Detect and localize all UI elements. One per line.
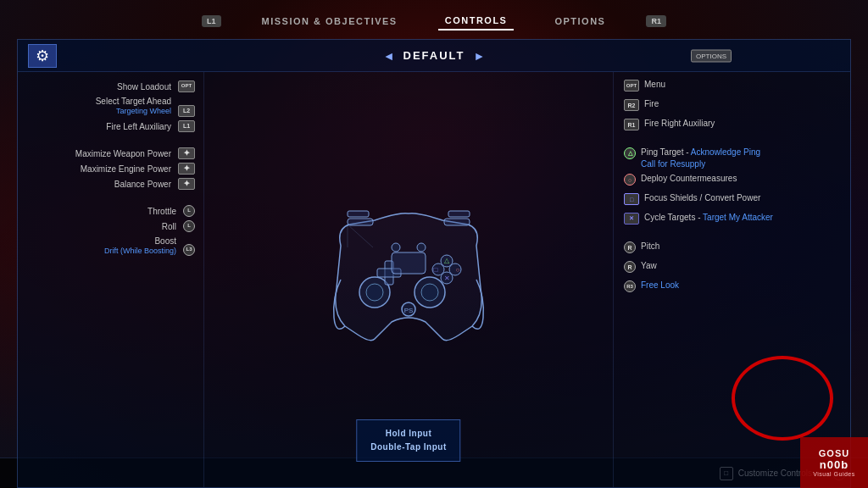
right-item-menu: OPT Menu [624,79,842,96]
controller-diagram: △ ✕ □ ○ PS [290,195,527,364]
svg-text:PS: PS [404,307,414,314]
fire-right-label: Fire Right Auxiliary [644,118,715,130]
throttle-btn-icon: L [183,205,195,217]
fire-left-label: Fire Left Auxiliary [106,121,171,132]
cross-btn: ✕ [624,213,639,225]
content-body: Show Loadout OPT Select Target Ahead Tar… [18,72,850,487]
bumper-r1[interactable]: R1 [646,15,666,27]
countermeasures-label: Deploy Countermeasures [641,173,737,185]
r1-btn: R1 [624,119,639,130]
cycle-targets-label: Cycle Targets - Target My Attacker [644,212,773,224]
control-balance-power: Balance Power ✦ [35,178,195,190]
circle-btn: ○ [624,174,636,186]
weapon-power-label: Maximize Weapon Power [75,148,171,159]
controller-area: △ ✕ □ ○ PS [204,72,613,487]
svg-text:□: □ [434,266,438,274]
roll-label: Roll [162,221,176,232]
menu-label: Menu [644,79,665,91]
control-engine-power: Maximize Engine Power ✦ [35,163,195,175]
r2-btn: R2 [624,99,639,111]
tab-mission[interactable]: MISSION & OBJECTIVES [255,13,404,30]
ping-label: Ping Target - Acknowledge Ping Call for … [641,147,760,170]
svg-point-19 [417,243,426,252]
r-pitch-btn: R [624,241,636,253]
right-item-fire-right: R1 Fire Right Auxiliary [624,118,842,135]
options-right-btn: OPT [624,80,639,92]
pitch-label: Pitch [641,241,659,252]
left-panel: Show Loadout OPT Select Target Ahead Tar… [18,72,204,487]
svg-rect-1 [348,211,369,217]
select-target-label: Select Target Ahead Targeting Wheel [96,96,171,117]
tab-controls[interactable]: CONTROLS [438,12,515,30]
tab-options[interactable]: OPTIONS [548,13,612,30]
spacer1 [35,136,195,144]
right-spacer2 [624,231,842,238]
arrow-right-icon[interactable]: ► [473,49,485,63]
svg-text:✕: ✕ [444,274,450,282]
options-btn-icon: OPT [178,80,195,92]
spacer2 [35,193,195,202]
hold-input-line2: Double-Tap Input [370,441,446,454]
content-header: ⚙ ◄ DEFAULT ► OPTIONS [18,40,850,72]
control-boost: Boost Drift (While Boosting) L3 [35,236,195,257]
control-select-target: Select Target Ahead Targeting Wheel L2 [35,96,195,117]
svg-text:△: △ [444,257,450,264]
right-item-fire: R2 Fire [624,98,842,115]
freelook-label: Free Look [641,280,679,291]
content-area: ⚙ ◄ DEFAULT ► OPTIONS Show Loadout OPT [17,39,851,488]
l1-btn-icon: L1 [178,120,195,132]
yaw-label: Yaw [641,260,657,272]
svg-rect-18 [392,252,426,274]
control-weapon-power: Maximize Weapon Power ✦ [35,147,195,159]
r3-freelook-btn: R3 [624,280,636,292]
r-yaw-btn: R [624,261,636,273]
show-loadout-label: Show Loadout [117,81,171,92]
right-item-shields: □ Focus Shields / Convert Power [624,192,842,209]
shields-label: Focus Shields / Convert Power [644,192,760,204]
control-fire-left: Fire Left Auxiliary L1 [35,120,195,132]
fire-label: Fire [644,98,659,110]
engine-power-label: Maximize Engine Power [81,164,171,175]
default-section: ◄ DEFAULT ► [383,49,486,63]
svg-rect-0 [348,219,373,225]
boost-label: Boost Drift (While Boosting) [104,236,176,257]
bumper-l1[interactable]: L1 [202,15,221,27]
main-container: L1 MISSION & OBJECTIVES CONTROLS OPTIONS… [0,0,868,488]
throttle-label: Throttle [147,206,176,217]
control-show-loadout: Show Loadout OPT [35,80,195,92]
svg-text:○: ○ [456,266,460,274]
control-throttle: Throttle L [35,205,195,217]
svg-point-7 [421,284,438,301]
right-item-countermeasures: ○ Deploy Countermeasures [624,173,842,190]
default-label: DEFAULT [403,49,465,62]
svg-rect-3 [448,211,470,217]
right-item-ping: △ Ping Target - Acknowledge Ping Call fo… [624,147,842,170]
gosu-n00b: n00b [820,458,849,471]
top-nav: L1 MISSION & OBJECTIVES CONTROLS OPTIONS… [0,0,868,39]
dpad-center-icon: ✦ [178,178,195,190]
dpad-right-icon: ✦ [178,163,195,175]
svg-point-5 [366,284,383,301]
gear-icon: ⚙ [36,47,49,65]
right-item-pitch: R Pitch [624,241,842,258]
hold-input-box: Hold Input Double-Tap Input [356,419,460,462]
l3-btn-icon: L3 [183,244,195,256]
square-btn: □ [624,193,639,205]
right-item-yaw: R Yaw [624,260,842,277]
right-panel: OPT Menu R2 Fire R1 Fire Right Auxiliary… [613,72,850,487]
l2-btn-icon: L2 [178,105,195,117]
roll-btn-icon: L [183,220,195,232]
gosu-sub: Visual Guides [813,471,855,477]
options-header-btn: OPTIONS [691,49,732,62]
svg-rect-2 [444,219,470,225]
right-item-freelook: R3 Free Look [624,280,842,297]
svg-point-20 [392,243,400,252]
triangle-btn: △ [624,147,636,159]
dpad-up-icon: ✦ [178,147,195,159]
balance-power-label: Balance Power [114,179,171,190]
right-spacer1 [624,137,842,144]
arrow-left-icon[interactable]: ◄ [383,49,395,63]
hold-input-line1: Hold Input [370,427,446,441]
gosu-logo: GOSU n00b Visual Guides [800,437,868,488]
right-item-cycle-targets: ✕ Cycle Targets - Target My Attacker [624,212,842,229]
